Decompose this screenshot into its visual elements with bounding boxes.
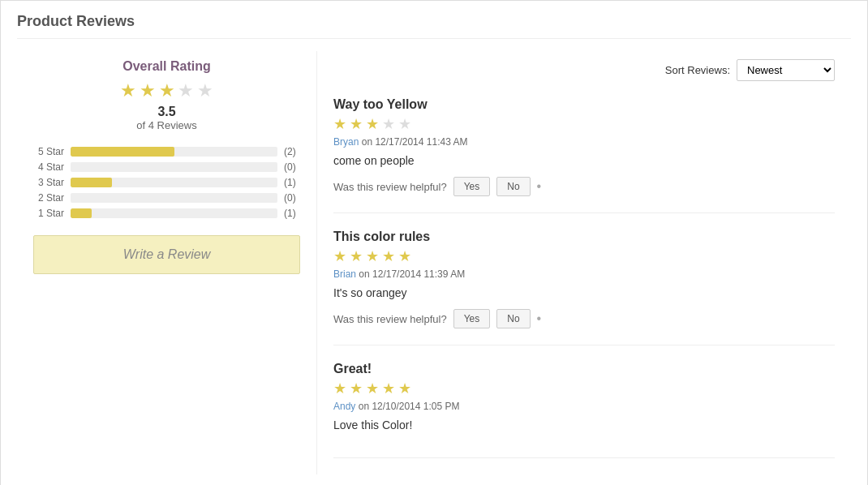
review-item-2: This color rules ★ ★ ★ ★ ★ Brian on 12/1… xyxy=(333,230,835,346)
bar-row-3star: 3 Star (1) xyxy=(33,177,300,188)
bar-track-2star xyxy=(71,193,277,203)
bar-label-5star: 5 Star xyxy=(33,146,64,157)
bar-label-1star: 1 Star xyxy=(33,208,64,219)
helpful-label-2: Was this review helpful? xyxy=(333,313,447,325)
overall-star-1: ★ xyxy=(120,80,136,101)
overall-star-4: ★ xyxy=(178,80,194,101)
rating-number: 3.5 xyxy=(33,105,300,119)
overall-star-2: ★ xyxy=(140,80,156,101)
review-body-2: It's so orangey xyxy=(333,286,835,299)
bar-count-2star: (0) xyxy=(284,192,300,204)
review-stars-3: ★ ★ ★ ★ ★ xyxy=(333,380,835,397)
bar-fill-1star xyxy=(71,208,92,218)
overall-star-5: ★ xyxy=(197,80,213,101)
review-1-star-3: ★ xyxy=(366,116,379,132)
bar-row-1star: 1 Star (1) xyxy=(33,208,300,219)
bar-rows: 5 Star (2) 4 Star (0) 3 Star xyxy=(33,146,300,219)
review-2-star-5: ★ xyxy=(398,248,411,264)
review-2-star-2: ★ xyxy=(350,248,363,264)
bar-row-5star: 5 Star (2) xyxy=(33,146,300,157)
bar-fill-5star xyxy=(71,147,174,157)
sort-label: Sort Reviews: xyxy=(665,64,730,76)
reviews-layout: Overall Rating ★ ★ ★ ★ ★ 3.5 of 4 Review… xyxy=(17,51,851,474)
sort-bar: Sort Reviews: Newest Oldest Highest Rate… xyxy=(333,51,835,97)
bar-row-4star: 4 Star (0) xyxy=(33,161,300,173)
review-count: of 4 Reviews xyxy=(33,119,300,131)
review-1-star-2: ★ xyxy=(350,116,363,132)
overall-rating-title: Overall Rating xyxy=(33,59,300,74)
review-meta-2: Brian on 12/17/2014 11:39 AM xyxy=(333,268,835,280)
review-author-link-1[interactable]: Bryan xyxy=(333,136,359,148)
page-title: Product Reviews xyxy=(17,13,851,39)
review-title-2: This color rules xyxy=(333,230,835,244)
review-title-1: Way too Yellow xyxy=(333,97,835,112)
helpful-no-2[interactable]: No xyxy=(496,309,530,328)
review-1-star-4: ★ xyxy=(382,116,395,132)
helpful-yes-1[interactable]: Yes xyxy=(453,177,491,196)
review-2-star-4: ★ xyxy=(382,248,395,264)
bar-label-3star: 3 Star xyxy=(33,177,64,188)
sort-select[interactable]: Newest Oldest Highest Rated Lowest Rated xyxy=(737,59,835,81)
review-3-star-2: ★ xyxy=(350,380,363,397)
bar-count-4star: (0) xyxy=(284,161,300,173)
review-3-star-5: ★ xyxy=(398,380,411,397)
review-date-2: on 12/17/2014 11:39 AM xyxy=(359,268,465,280)
review-3-star-3: ★ xyxy=(366,380,379,397)
helpful-row-2: Was this review helpful? Yes No • xyxy=(333,309,835,328)
bar-track-1star xyxy=(71,208,277,218)
review-date-3: on 12/10/2014 1:05 PM xyxy=(359,401,460,412)
review-stars-2: ★ ★ ★ ★ ★ xyxy=(333,247,835,265)
write-review-button[interactable]: Write a Review xyxy=(33,235,300,274)
review-date-1: on 12/17/2014 11:43 AM xyxy=(362,136,468,148)
bar-fill-3star xyxy=(71,178,112,187)
review-1-star-5: ★ xyxy=(398,116,411,132)
page-container: Product Reviews Overall Rating ★ ★ ★ ★ ★… xyxy=(0,0,868,485)
bar-count-1star: (1) xyxy=(284,208,300,219)
helpful-label-1: Was this review helpful? xyxy=(333,181,447,193)
review-1-star-1: ★ xyxy=(333,116,346,132)
helpful-no-1[interactable]: No xyxy=(496,177,530,196)
review-item-1: Way too Yellow ★ ★ ★ ★ ★ Bryan on 12/17/… xyxy=(333,97,835,213)
helpful-yes-2[interactable]: Yes xyxy=(453,309,491,328)
bar-track-4star xyxy=(71,162,277,172)
review-stars-1: ★ ★ ★ ★ ★ xyxy=(333,115,835,133)
helpful-dot-2: • xyxy=(537,311,542,326)
bar-row-2star: 2 Star (0) xyxy=(33,192,300,204)
bar-track-3star xyxy=(71,178,277,187)
bar-count-3star: (1) xyxy=(284,177,300,188)
review-2-star-3: ★ xyxy=(366,248,379,264)
left-panel: Overall Rating ★ ★ ★ ★ ★ 3.5 of 4 Review… xyxy=(17,51,317,474)
overall-star-3: ★ xyxy=(159,80,175,101)
right-panel: Sort Reviews: Newest Oldest Highest Rate… xyxy=(317,51,851,474)
helpful-row-1: Was this review helpful? Yes No • xyxy=(333,177,835,196)
overall-stars-display: ★ ★ ★ ★ ★ xyxy=(33,80,300,101)
review-author-link-2[interactable]: Brian xyxy=(333,268,356,280)
review-body-3: Love this Color! xyxy=(333,418,835,431)
bar-label-4star: 4 Star xyxy=(33,161,64,173)
review-author-link-3[interactable]: Andy xyxy=(333,401,355,412)
review-2-star-1: ★ xyxy=(333,248,346,264)
review-3-star-4: ★ xyxy=(382,380,395,397)
review-3-star-1: ★ xyxy=(333,380,346,397)
review-title-3: Great! xyxy=(333,362,835,376)
bar-label-2star: 2 Star xyxy=(33,192,64,204)
review-item-3: Great! ★ ★ ★ ★ ★ Andy on 12/10/2014 1:05… xyxy=(333,362,835,458)
review-body-1: come on people xyxy=(333,154,835,167)
bar-count-5star: (2) xyxy=(284,146,300,157)
helpful-dot-1: • xyxy=(537,179,542,194)
bar-track-5star xyxy=(71,147,277,157)
review-meta-1: Bryan on 12/17/2014 11:43 AM xyxy=(333,136,835,148)
review-meta-3: Andy on 12/10/2014 1:05 PM xyxy=(333,401,835,412)
